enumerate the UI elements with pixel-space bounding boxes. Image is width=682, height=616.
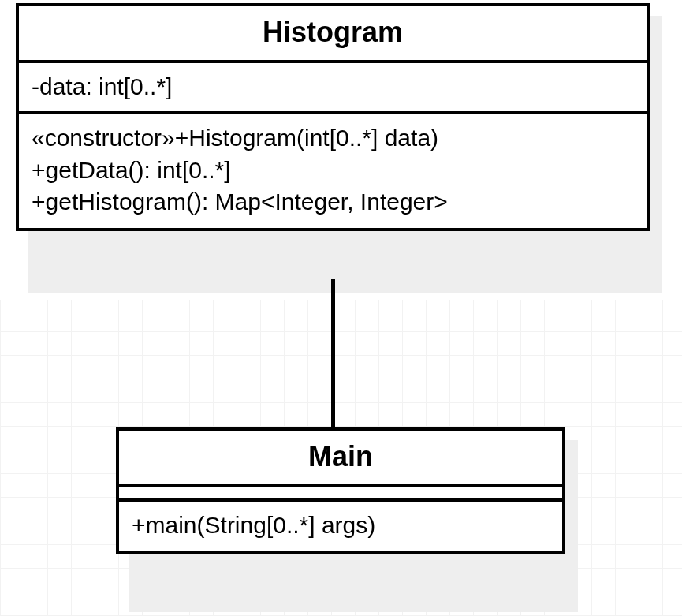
main-class-name: Main (119, 431, 562, 487)
main-methods: +main(String[0..*] args) (119, 502, 562, 551)
histogram-attributes: -data: int[0..*] (19, 63, 647, 114)
uml-class-main: Main +main(String[0..*] args) (116, 427, 565, 554)
histogram-method-2: +getHistogram(): Map<Integer, Integer> (32, 186, 634, 218)
histogram-method-0: «constructor»+Histogram(int[0..*] data) (32, 122, 634, 155)
uml-class-histogram: Histogram -data: int[0..*] «constructor»… (16, 3, 650, 231)
histogram-attr-0: -data: int[0..*] (32, 71, 634, 102)
association-line (331, 279, 335, 429)
histogram-methods: «constructor»+Histogram(int[0..*] data) … (19, 114, 647, 228)
main-method-0: +main(String[0..*] args) (132, 510, 550, 542)
main-attributes (119, 487, 562, 502)
histogram-class-name: Histogram (19, 6, 647, 63)
histogram-method-1: +getData(): int[0..*] (32, 155, 634, 187)
